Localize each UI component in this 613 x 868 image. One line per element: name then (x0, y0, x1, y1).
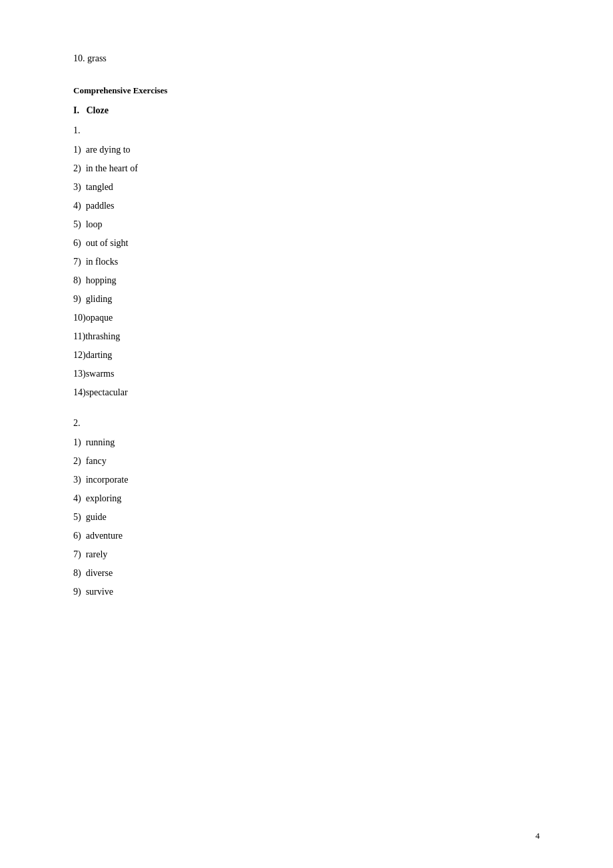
answer-2-8: 8) diverse (73, 566, 540, 580)
roman-name: Cloze (86, 105, 108, 115)
section-2: 2. 1) running 2) fancy 3) incorporate 4)… (73, 418, 540, 599)
section-2-number: 2. (73, 418, 540, 429)
item-10-label: 10. grass (73, 53, 107, 63)
section-1-answers: 1) are dying to 2) in the heart of 3) ta… (73, 143, 540, 399)
roman-label: I. (73, 105, 79, 115)
answer-2-5: 5) guide (73, 510, 540, 524)
answer-2-2: 2) fancy (73, 454, 540, 468)
answer-1-12: 12)darting (73, 348, 540, 362)
section-title: Comprehensive Exercises (73, 85, 540, 96)
answer-2-6: 6) adventure (73, 529, 540, 543)
answer-1-5: 5) loop (73, 217, 540, 231)
answer-1-13: 13)swarms (73, 367, 540, 381)
answer-1-4: 4) paddles (73, 199, 540, 213)
answer-2-7: 7) rarely (73, 547, 540, 561)
section-2-answers: 1) running 2) fancy 3) incorporate 4) ex… (73, 435, 540, 599)
answer-1-2: 2) in the heart of (73, 161, 540, 175)
answer-1-3: 3) tangled (73, 180, 540, 194)
answer-1-10: 10)opaque (73, 311, 540, 325)
answer-1-6: 6) out of sight (73, 236, 540, 250)
answer-1-14: 14)spectacular (73, 385, 540, 399)
page-content: 10. grass Comprehensive Exercises I. Clo… (0, 0, 613, 868)
answer-1-11: 11)thrashing (73, 329, 540, 343)
answer-2-4: 4) exploring (73, 491, 540, 505)
answer-1-1: 1) are dying to (73, 143, 540, 157)
answer-1-8: 8) hopping (73, 273, 540, 287)
page-number: 4 (536, 831, 540, 841)
roman-heading: I. Cloze (73, 105, 540, 116)
answer-2-3: 3) incorporate (73, 473, 540, 487)
section-1-number: 1. (73, 125, 540, 136)
answer-2-1: 1) running (73, 435, 540, 449)
item-10: 10. grass (73, 53, 540, 64)
section-1: 1. 1) are dying to 2) in the heart of 3)… (73, 125, 540, 399)
answer-1-7: 7) in flocks (73, 255, 540, 269)
comprehensive-section: Comprehensive Exercises I. Cloze 1. 1) a… (73, 85, 540, 599)
answer-1-9: 9) gliding (73, 292, 540, 306)
answer-2-9: 9) survive (73, 585, 540, 599)
